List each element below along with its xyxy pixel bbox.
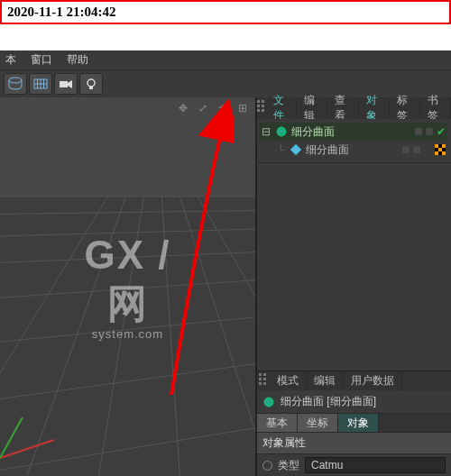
tab-object[interactable]: 对象 xyxy=(359,97,390,119)
property-label: 类型 xyxy=(278,458,299,473)
attr-tab-edit[interactable]: 编辑 xyxy=(307,371,344,390)
tree-item-parent[interactable]: ⊟ 细分曲面 ✔ xyxy=(259,123,447,141)
tool-cylinder[interactable] xyxy=(4,73,27,95)
subdivision-icon xyxy=(262,396,275,408)
timestamp-text: 2020-11-1 21:04:42 xyxy=(7,5,115,19)
svg-rect-26 xyxy=(257,109,260,112)
expand-icon[interactable]: ⊟ xyxy=(261,125,272,138)
svg-rect-35 xyxy=(263,382,266,385)
section-header: 对象属性 xyxy=(257,432,451,454)
tool-light[interactable] xyxy=(79,73,103,95)
svg-rect-30 xyxy=(259,373,262,376)
svg-rect-23 xyxy=(262,100,264,103)
svg-rect-32 xyxy=(259,378,262,380)
svg-rect-27 xyxy=(262,109,264,112)
svg-rect-24 xyxy=(257,105,260,107)
attribute-tabs: 模式 编辑 用户数据 xyxy=(257,371,451,390)
mini-tab-coord[interactable]: 坐标 xyxy=(298,414,338,432)
spacer xyxy=(0,24,451,50)
tab-edit[interactable]: 编辑 xyxy=(297,97,327,119)
attr-tab-userdata[interactable]: 用户数据 xyxy=(344,371,402,390)
visibility-dot-editor[interactable] xyxy=(402,146,410,153)
tree-branch-icon: └ xyxy=(275,143,286,156)
subdivision-icon xyxy=(275,125,288,138)
polygon-icon xyxy=(290,143,302,156)
grid-floor xyxy=(0,97,255,476)
attribute-title: 细分曲面 [细分曲面] xyxy=(281,394,376,409)
visibility-dot-render[interactable] xyxy=(426,128,433,135)
side-panel: 文件 编辑 查看 对象 标签 书签 ⊟ 细分曲面 ✔ xyxy=(256,97,451,476)
tab-view[interactable]: 查看 xyxy=(327,97,358,119)
tab-tags[interactable]: 标签 xyxy=(390,97,420,119)
object-manager-tabs: 文件 编辑 查看 对象 标签 书签 xyxy=(257,97,451,119)
nav-move-icon[interactable]: ✥ xyxy=(176,101,190,115)
object-tree: ⊟ 细分曲面 ✔ └ 细分曲面 xyxy=(257,119,451,163)
tree-empty-area xyxy=(257,163,451,371)
content-area: ✥ ⤢ ⟲ ⊞ GX / 网 system.com 文件 编辑 xyxy=(0,97,451,476)
timestamp-bar: 2020-11-1 21:04:42 xyxy=(0,0,451,24)
enable-check-icon[interactable]: ✔ xyxy=(437,125,446,138)
mini-tab-basic[interactable]: 基本 xyxy=(257,414,298,432)
mini-tab-object[interactable]: 对象 xyxy=(338,414,379,432)
nav-grid-icon[interactable]: ⊞ xyxy=(235,101,250,115)
nav-rotate-icon[interactable]: ⟲ xyxy=(216,101,230,115)
menu-item-1[interactable]: 本 xyxy=(5,52,16,68)
type-dropdown[interactable]: Catmu xyxy=(305,457,446,473)
attribute-title-row: 细分曲面 [细分曲面] xyxy=(257,390,451,414)
drag-stripe[interactable] xyxy=(257,371,270,390)
drag-stripe[interactable] xyxy=(257,97,266,119)
attribute-sub-tabs: 基本 坐标 对象 xyxy=(257,414,451,432)
tree-item-child[interactable]: └ 细分曲面 xyxy=(259,141,447,159)
dropdown-value: Catmu xyxy=(311,459,343,471)
visibility-dot-editor[interactable] xyxy=(415,128,422,135)
svg-rect-33 xyxy=(263,378,266,380)
tab-bookmark[interactable]: 书签 xyxy=(420,97,451,119)
radio-icon[interactable] xyxy=(262,461,272,471)
svg-point-28 xyxy=(277,127,286,136)
menu-item-help[interactable]: 帮助 xyxy=(67,52,88,68)
attr-tab-mode[interactable]: 模式 xyxy=(270,371,307,390)
nav-zoom-icon[interactable]: ⤢ xyxy=(196,101,210,115)
svg-rect-2 xyxy=(60,81,68,87)
svg-rect-25 xyxy=(262,105,264,107)
svg-rect-22 xyxy=(257,100,260,103)
svg-point-0 xyxy=(9,78,22,83)
tab-file[interactable]: 文件 xyxy=(266,97,297,119)
visibility-dot-render[interactable] xyxy=(413,146,420,153)
svg-rect-34 xyxy=(259,382,262,385)
menubar: 本 窗口 帮助 xyxy=(0,50,451,70)
tree-item-label: 细分曲面 xyxy=(291,124,335,140)
menu-item-window[interactable]: 窗口 xyxy=(31,52,52,68)
property-row-type: 类型 Catmu xyxy=(257,454,451,476)
tree-item-label: 细分曲面 xyxy=(306,142,349,158)
svg-rect-31 xyxy=(263,373,266,376)
svg-point-3 xyxy=(87,79,95,87)
toolbar xyxy=(0,70,451,97)
tool-grid[interactable] xyxy=(29,73,52,95)
viewport-nav-icons: ✥ ⤢ ⟲ ⊞ xyxy=(176,101,250,115)
material-tag-icon[interactable] xyxy=(435,144,446,155)
tool-camera[interactable] xyxy=(54,73,78,95)
viewport[interactable]: ✥ ⤢ ⟲ ⊞ GX / 网 system.com xyxy=(0,97,256,476)
app-window: 本 窗口 帮助 xyxy=(0,50,451,476)
svg-point-36 xyxy=(264,398,273,407)
svg-marker-29 xyxy=(290,144,301,155)
